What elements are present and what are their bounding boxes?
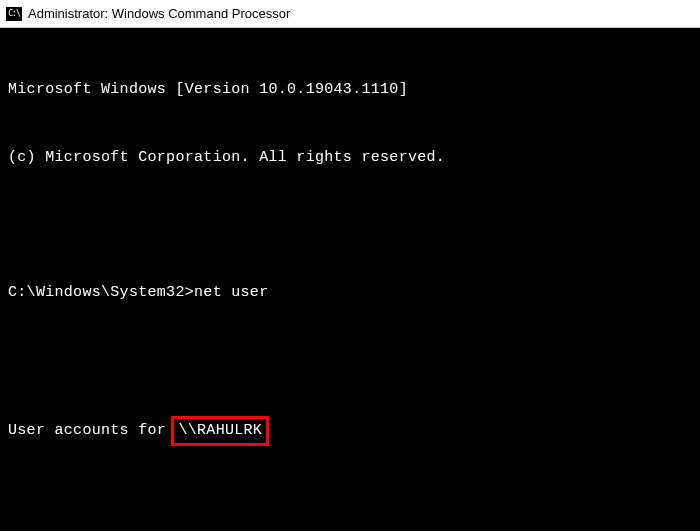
cmd-icon: C:\	[6, 7, 22, 21]
prompt-path: C:\Windows\System32>	[8, 284, 194, 301]
accounts-label: User accounts for	[8, 422, 175, 439]
accounts-header: User accounts for \\RAHULRK	[8, 417, 692, 446]
prompt-line: C:\Windows\System32>net user	[8, 282, 692, 305]
blank-line	[8, 214, 692, 237]
hostname-highlight: \\RAHULRK	[171, 416, 269, 447]
window-titlebar[interactable]: C:\ Administrator: Windows Command Proce…	[0, 0, 700, 28]
terminal-output[interactable]: Microsoft Windows [Version 10.0.19043.11…	[0, 28, 700, 531]
banner-line: Microsoft Windows [Version 10.0.19043.11…	[8, 79, 692, 102]
blank-line	[8, 349, 692, 372]
blank-line	[8, 490, 692, 513]
window-title: Administrator: Windows Command Processor	[28, 6, 290, 21]
banner-line: (c) Microsoft Corporation. All rights re…	[8, 147, 692, 170]
command-text: net user	[194, 284, 268, 301]
